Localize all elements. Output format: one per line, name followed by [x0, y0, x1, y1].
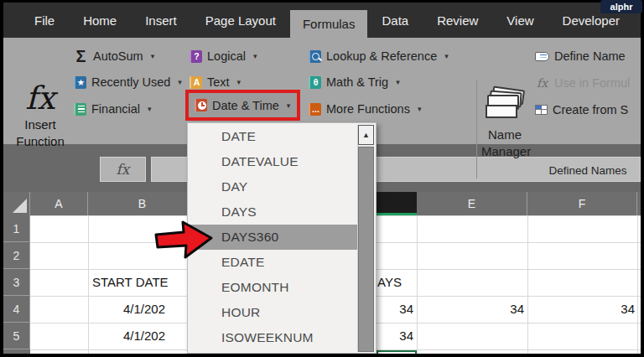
chevron-down-icon: ▾	[396, 78, 400, 86]
chevron-down-icon: ▾	[151, 52, 155, 60]
autosum-label: AutoSum	[93, 49, 143, 63]
row-header-1[interactable]: 1	[3, 215, 30, 242]
row-header-4[interactable]: 4	[3, 296, 30, 323]
fx-icon: fx	[10, 80, 70, 116]
ribbon-group-divider	[476, 80, 477, 178]
cell-d4[interactable]: 34	[377, 296, 413, 323]
red-arrow-annotation	[153, 218, 216, 260]
tab-file[interactable]: File	[20, 3, 69, 38]
gridline	[637, 215, 638, 357]
highlight-rectangle: Date & Time ▾	[185, 90, 300, 121]
gridline	[417, 215, 418, 357]
ledger-icon	[74, 103, 86, 116]
gridline	[88, 215, 89, 357]
letter-a-icon: A	[190, 76, 202, 89]
select-all-button[interactable]	[3, 192, 30, 215]
column-header-f[interactable]: F	[527, 192, 637, 215]
chevron-down-icon: ▾	[287, 101, 291, 110]
dots-icon: ...	[309, 103, 321, 116]
scrollbar-thumb[interactable]	[358, 147, 374, 352]
row-header-3[interactable]: 3	[3, 269, 30, 296]
frame-border	[0, 0, 3, 357]
text-label: Text	[207, 75, 230, 89]
lookup-reference-button[interactable]: Lookup & Reference ▾	[309, 47, 449, 65]
recently-used-label: Recently Used	[91, 75, 170, 89]
define-name-label: Define Name	[554, 49, 626, 63]
text-button[interactable]: A Text ▾	[190, 73, 241, 91]
gridline	[527, 215, 528, 357]
name-manager-label: Name	[481, 127, 528, 143]
create-from-selection-label: Create from S	[553, 103, 628, 116]
define-name-button[interactable]: Define Name	[535, 48, 626, 65]
math-trig-button[interactable]: θ Math & Trig ▾	[309, 73, 400, 91]
menu-item-eomonth[interactable]: EOMONTH	[189, 275, 358, 300]
tab-insert[interactable]: Insert	[131, 3, 191, 38]
frame-border	[641, 0, 644, 357]
chevron-down-icon: ▾	[237, 78, 242, 86]
tab-formulas[interactable]: Formulas	[290, 10, 368, 38]
menu-item-day[interactable]: DAY	[189, 174, 358, 199]
menu-item-isoweeknum[interactable]: ISOWEEKNUM	[189, 325, 358, 350]
name-tag-icon	[535, 52, 549, 61]
tab-home[interactable]: Home	[69, 3, 131, 38]
tab-view[interactable]: View	[492, 3, 548, 38]
fx-pencil-icon: fx	[535, 76, 549, 90]
chevron-down-icon: ▾	[178, 78, 182, 86]
use-in-formula-button[interactable]: fx Use in Formul	[535, 75, 630, 91]
tab-review[interactable]: Review	[423, 3, 492, 38]
question-icon: ?	[190, 50, 202, 63]
cell-d3-partial[interactable]: AYS	[377, 269, 402, 296]
cell-d5[interactable]: 34	[377, 323, 413, 349]
row-header-column: 1 2 3 4 5	[3, 215, 30, 357]
name-tags-icon	[481, 83, 528, 122]
defined-names-group-label: Defined Names	[518, 164, 644, 177]
cell-b3[interactable]: START DATE	[92, 269, 169, 296]
tab-data[interactable]: Data	[367, 3, 423, 38]
theta-icon: θ	[309, 76, 321, 89]
autosum-button[interactable]: Σ AutoSum ▾	[74, 47, 154, 65]
row-header-2[interactable]: 2	[3, 242, 30, 269]
frame-border	[0, 0, 644, 3]
menu-scrollbar[interactable]: ▲	[357, 125, 374, 352]
insert-function-label2: Function	[10, 133, 70, 150]
insert-function-button[interactable]: fx Insert Function	[10, 80, 70, 162]
ribbon-tab-bar: File Home Insert Page Layout Formulas Da…	[3, 3, 641, 38]
date-time-label: Date & Time	[212, 99, 279, 112]
scroll-up-button[interactable]: ▲	[358, 125, 374, 145]
clock-icon	[195, 99, 207, 111]
name-manager-button[interactable]: Name Manager	[481, 83, 528, 160]
math-trig-label: Math & Trig	[326, 75, 388, 89]
cell-b4[interactable]: 4/1/202	[123, 296, 165, 323]
menu-item-datevalue[interactable]: DATEVALUE	[189, 149, 358, 174]
column-header-b[interactable]: B	[88, 192, 197, 215]
row-header-5[interactable]: 5	[3, 323, 30, 349]
up-arrow-icon: ▲	[362, 131, 370, 139]
recently-used-button[interactable]: ★ Recently Used ▾	[74, 73, 182, 91]
column-header-d-selected[interactable]	[377, 192, 417, 215]
financial-button[interactable]: Financial ▾	[74, 100, 152, 118]
financial-label: Financial	[91, 102, 140, 116]
cell-f4[interactable]: 34	[527, 296, 635, 323]
logical-label: Logical	[207, 49, 246, 63]
menu-item-date[interactable]: DATE	[189, 124, 358, 149]
excel-window: File Home Insert Page Layout Formulas Da…	[0, 0, 644, 357]
chevron-down-icon: ▾	[444, 52, 449, 60]
alphr-logo: alphr	[600, 0, 642, 13]
cell-e4[interactable]: 34	[417, 296, 524, 323]
use-in-formula-label: Use in Formul	[554, 76, 630, 90]
chevron-down-icon: ▾	[418, 105, 422, 113]
logical-button[interactable]: ? Logical ▾	[190, 47, 257, 65]
date-time-button[interactable]: Date & Time ▾	[189, 93, 297, 117]
lookup-reference-label: Lookup & Reference	[326, 49, 437, 63]
more-functions-button[interactable]: ... More Functions ▾	[309, 100, 421, 118]
column-header-e[interactable]: E	[417, 192, 527, 215]
insert-function-label: Insert	[10, 116, 70, 133]
create-from-selection-button[interactable]: Create from S	[535, 101, 628, 118]
menu-item-hour[interactable]: HOUR	[189, 300, 358, 325]
column-header-a[interactable]: A	[30, 192, 88, 215]
star-icon: ★	[74, 76, 86, 89]
chevron-down-icon: ▾	[148, 105, 152, 113]
cell-b5[interactable]: 4/1/202	[123, 323, 165, 349]
insert-function-fx-button[interactable]: fx	[100, 157, 146, 182]
tab-page-layout[interactable]: Page Layout	[191, 3, 290, 38]
